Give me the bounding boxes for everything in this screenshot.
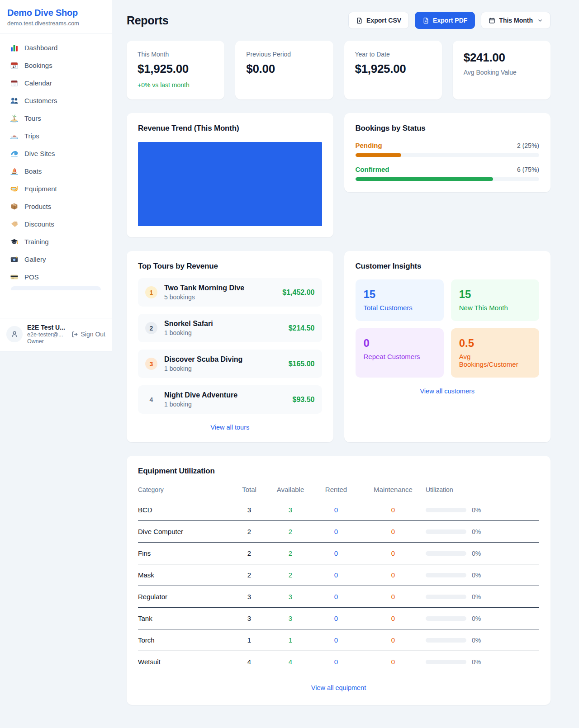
- stat-label: Avg Booking Value: [464, 69, 540, 76]
- list-item: 4 Night Dive Adventure 1 booking $93.50: [138, 385, 322, 414]
- sidebar-item-equipment[interactable]: Equipment: [5, 180, 106, 198]
- insight-label: New This Month: [459, 304, 531, 312]
- camera-icon: [10, 255, 19, 264]
- tour-name: Snorkel Safari: [164, 320, 213, 328]
- col-header-available: Available: [270, 486, 311, 493]
- sidebar-item-bookings[interactable]: 17 Bookings: [5, 57, 106, 74]
- person-icon: [10, 330, 19, 338]
- tour-amount: $214.50: [289, 324, 315, 332]
- insight-value: 0.5: [459, 337, 531, 350]
- sidebar: Demo Dive Shop demo.test.divestreams.com…: [0, 0, 112, 351]
- export-csv-label: Export CSV: [366, 17, 401, 24]
- header-actions: Export CSV Export PDF This Month: [348, 12, 551, 29]
- cell-utilization: 0%: [425, 528, 539, 535]
- sidebar-item-label: Boats: [24, 167, 42, 175]
- people-icon: [10, 96, 19, 105]
- shop-domain: demo.test.divestreams.com: [7, 20, 104, 27]
- cell-rented: 0: [311, 506, 361, 514]
- table-row: Regulator 3 3 0 0 0%: [138, 586, 539, 608]
- tour-amount: $93.50: [293, 396, 315, 404]
- list-item: 3 Discover Scuba Diving 1 booking $165.0…: [138, 350, 322, 378]
- sidebar-item-gallery[interactable]: Gallery: [5, 251, 106, 268]
- sign-out-button[interactable]: Sign Out: [71, 331, 105, 338]
- export-pdf-button[interactable]: Export PDF: [415, 12, 475, 29]
- table-row: Mask 2 2 0 0 0%: [138, 564, 539, 586]
- utilization-bar: [426, 551, 466, 556]
- utilization-pct: 0%: [472, 506, 481, 514]
- chevron-down-icon: [537, 18, 543, 23]
- status-label: Pending: [356, 142, 382, 149]
- insight-value: 15: [364, 288, 436, 301]
- sidebar-item-discounts[interactable]: Discounts: [5, 215, 106, 233]
- status-count: 2 (25%): [517, 142, 539, 149]
- utilization-bar: [426, 529, 466, 534]
- cell-available: 2: [270, 549, 311, 557]
- svg-text:17: 17: [12, 65, 16, 69]
- sidebar-item-label: Trips: [24, 132, 39, 140]
- top-tours-card: Top Tours by Revenue 1 Two Tank Morning …: [127, 251, 333, 442]
- cell-category: Wetsuit: [138, 658, 228, 666]
- period-dropdown[interactable]: This Month: [481, 12, 551, 29]
- charts-row: Revenue Trend (This Month) Bookings by S…: [127, 113, 551, 237]
- view-all-tours-link[interactable]: View all tours: [138, 424, 322, 431]
- cell-utilization: 0%: [425, 572, 539, 579]
- stat-card-year-to-date: Year to Date $1,925.00: [344, 41, 442, 99]
- col-header-maintenance: Maintenance: [361, 486, 425, 493]
- revenue-trend-card: Revenue Trend (This Month): [127, 113, 333, 237]
- revenue-trend-chart: [138, 142, 322, 226]
- table-row: Fins 2 2 0 0 0%: [138, 543, 539, 564]
- rank-badge: 2: [145, 322, 157, 334]
- sidebar-item-pos[interactable]: POS: [5, 268, 106, 286]
- user-role: Owner: [27, 338, 65, 345]
- avatar: [6, 326, 23, 342]
- sidebar-item-boats[interactable]: Boats: [5, 162, 106, 180]
- utilization-bar: [426, 660, 466, 664]
- insight-value: 15: [459, 288, 531, 301]
- cell-rented: 0: [311, 615, 361, 622]
- view-all-customers-link[interactable]: View all customers: [356, 388, 540, 395]
- table-row: Tank 3 3 0 0 0%: [138, 608, 539, 629]
- stat-value: $1,925.00: [138, 62, 214, 76]
- sidebar-item-trips[interactable]: Trips: [5, 127, 106, 145]
- utilization-pct: 0%: [472, 637, 481, 644]
- utilization-bar: [426, 638, 466, 643]
- utilization-pct: 0%: [472, 593, 481, 600]
- cell-maintenance: 0: [361, 528, 425, 535]
- nav-item-partial-highlight: [11, 286, 101, 290]
- sailboat-icon: [10, 167, 19, 175]
- tour-bookings: 1 booking: [164, 365, 242, 372]
- status-progress-track: [356, 177, 540, 181]
- rank-badge: 4: [145, 393, 157, 406]
- cell-total: 3: [228, 615, 270, 622]
- tour-bookings: 5 bookings: [164, 293, 244, 301]
- cell-available: 3: [270, 615, 311, 622]
- sidebar-item-dive-sites[interactable]: Dive Sites: [5, 145, 106, 162]
- cell-rented: 0: [311, 571, 361, 579]
- stat-value: $0.00: [246, 62, 322, 76]
- sidebar-item-calendar[interactable]: Calendar: [5, 74, 106, 92]
- cell-total: 2: [228, 571, 270, 579]
- view-all-equipment-link[interactable]: View all equipment: [138, 684, 539, 691]
- sidebar-item-tours[interactable]: Tours: [5, 109, 106, 127]
- cell-available: 1: [270, 636, 311, 644]
- sidebar-item-training[interactable]: Training: [5, 233, 106, 251]
- sidebar-item-customers[interactable]: Customers: [5, 92, 106, 109]
- sidebar-item-label: Calendar: [24, 79, 52, 87]
- page-header: Reports Export CSV Export PDF This Month: [127, 12, 551, 29]
- utilization-pct: 0%: [472, 572, 481, 579]
- cell-rented: 0: [311, 528, 361, 535]
- export-csv-button[interactable]: Export CSV: [348, 12, 409, 29]
- file-download-icon: [422, 17, 429, 24]
- tour-name: Night Dive Adventure: [164, 391, 237, 399]
- equipment-table: Category Total Available Rented Maintena…: [138, 486, 539, 672]
- sidebar-item-label: Gallery: [24, 255, 46, 263]
- grad-cap-icon: [10, 237, 19, 246]
- cell-maintenance: 0: [361, 506, 425, 514]
- sidebar-item-dashboard[interactable]: Dashboard: [5, 39, 106, 57]
- cell-category: Fins: [138, 549, 228, 557]
- bookings-by-status-title: Bookings by Status: [356, 124, 540, 133]
- stat-card-this-month: This Month $1,925.00 +0% vs last month: [127, 41, 224, 99]
- revenue-trend-title: Revenue Trend (This Month): [138, 124, 322, 133]
- cell-rented: 0: [311, 636, 361, 644]
- sidebar-item-products[interactable]: Products: [5, 198, 106, 215]
